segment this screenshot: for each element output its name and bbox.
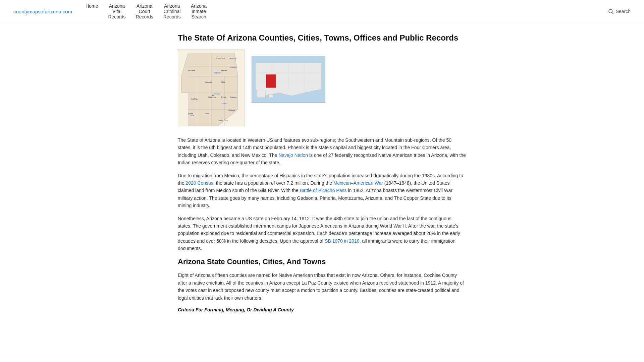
svg-text:Maricopa: Maricopa (208, 96, 216, 98)
svg-text:Mohave: Mohave (188, 70, 196, 72)
page-title: The State Of Arizona Counties, Cities, T… (178, 33, 466, 43)
svg-text:Pinal: Pinal (221, 96, 226, 98)
svg-text:Apache: Apache (229, 57, 236, 59)
svg-text:Yavapai: Yavapai (205, 81, 212, 83)
nav-home[interactable]: Home (86, 3, 98, 9)
main-nav: Home ArizonaVitalRecords ArizonaCourtRec… (86, 3, 594, 19)
nav-inmate-search[interactable]: ArizonaInmateSearch (191, 3, 207, 19)
census-2020-link[interactable]: 2020 Census (185, 180, 213, 186)
search-label[interactable]: Search (616, 9, 631, 14)
svg-text:Greenlee: Greenlee (229, 67, 236, 68)
svg-text:Yuma: Yuma (190, 115, 194, 116)
nav-vital-records[interactable]: ArizonaVitalRecords (108, 3, 125, 19)
site-logo[interactable]: countymapsofarizona.com (13, 9, 72, 14)
arizona-county-map: Coconino Apache Mohave Navajo Yavapai Gi… (178, 49, 245, 126)
svg-text:Gila: Gila (221, 81, 225, 83)
nav-criminal-records[interactable]: ArizonaCriminalRecords (163, 3, 181, 19)
svg-point-0 (609, 9, 612, 13)
svg-rect-38 (257, 91, 265, 98)
svg-text:Graham: Graham (229, 96, 237, 98)
sb1070-link[interactable]: SB 1070 in 2010 (325, 238, 360, 244)
maps-container: Coconino Apache Mohave Navajo Yavapai Gi… (178, 49, 466, 126)
svg-line-1 (612, 12, 613, 14)
paragraph-1: The State of Arizona is located in Weste… (178, 136, 466, 167)
section2-title: Arizona State Counties, Cities, And Town… (178, 257, 466, 266)
paragraph-3: Nonetheless, Arizona became a US state o… (178, 215, 466, 252)
svg-text:La Paz: La Paz (192, 98, 198, 100)
battle-picacho-link[interactable]: Battle of Picacho Pass (300, 188, 346, 193)
svg-text:Pima: Pima (205, 113, 209, 115)
svg-text:Cochise: Cochise (228, 109, 235, 111)
svg-text:Santa Cruz: Santa Cruz (218, 119, 228, 121)
section2-paragraph-1: Eight of Arizona's fifteen counties are … (178, 272, 466, 302)
svg-point-26 (212, 95, 214, 96)
search-icon (608, 8, 614, 14)
criteria-title: Criteria For Forming, Merging, Or Dividi… (178, 307, 466, 312)
nav-court-records[interactable]: ArizonaCourtRecords (136, 3, 153, 19)
svg-text:Tucson: Tucson (221, 103, 227, 105)
navajo-nation-link[interactable]: Navajo Nation (278, 153, 308, 158)
svg-text:Coconino: Coconino (216, 57, 225, 59)
svg-text:Phoenix: Phoenix (214, 93, 220, 95)
svg-text:Flagstaff: Flagstaff (214, 72, 220, 74)
svg-rect-39 (269, 94, 274, 98)
svg-rect-37 (266, 74, 276, 87)
search-area[interactable]: Search (608, 8, 631, 14)
svg-text:Navajo: Navajo (221, 70, 228, 72)
usa-map (252, 56, 325, 103)
paragraph-2: Due to migration from Mexico, the percen… (178, 172, 466, 209)
mexican-american-war-link[interactable]: Mexican–American War (333, 180, 383, 186)
